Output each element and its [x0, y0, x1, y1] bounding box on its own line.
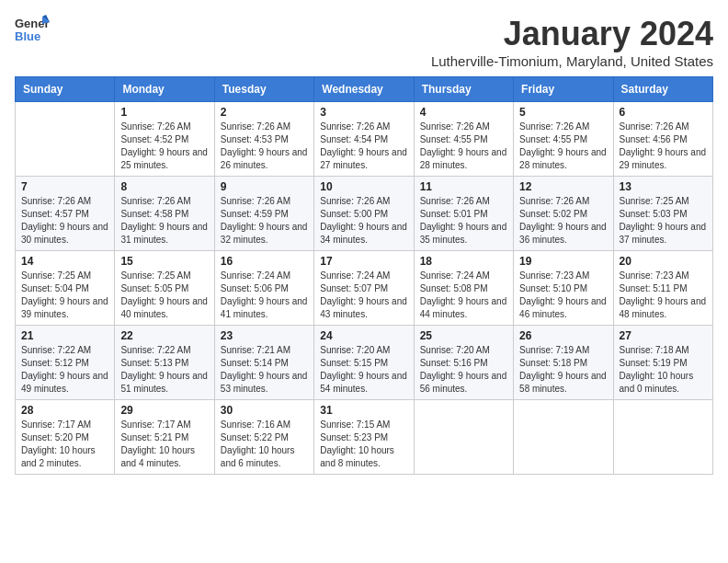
calendar-day-cell: 4Sunrise: 7:26 AMSunset: 4:55 PMDaylight…	[414, 102, 513, 177]
day-number: 29	[120, 404, 208, 417]
day-info: Sunrise: 7:26 AMSunset: 5:02 PMDaylight:…	[519, 195, 607, 247]
day-number: 27	[620, 329, 707, 342]
day-number: 24	[320, 329, 407, 342]
calendar-day-cell: 31Sunrise: 7:15 AMSunset: 5:23 PMDayligh…	[314, 400, 414, 475]
calendar-day-cell: 20Sunrise: 7:23 AMSunset: 5:11 PMDayligh…	[613, 251, 712, 326]
calendar-day-cell: 25Sunrise: 7:20 AMSunset: 5:16 PMDayligh…	[414, 326, 513, 400]
calendar-day-cell: 19Sunrise: 7:23 AMSunset: 5:10 PMDayligh…	[514, 251, 613, 326]
weekday-header-cell: Thursday	[414, 77, 513, 102]
calendar-week-row: 28Sunrise: 7:17 AMSunset: 5:20 PMDayligh…	[16, 400, 713, 475]
calendar-day-cell: 7Sunrise: 7:26 AMSunset: 4:57 PMDaylight…	[16, 177, 115, 251]
calendar-day-cell: 18Sunrise: 7:24 AMSunset: 5:08 PMDayligh…	[414, 251, 513, 326]
weekday-header-cell: Wednesday	[314, 77, 414, 102]
day-info: Sunrise: 7:23 AMSunset: 5:10 PMDaylight:…	[519, 270, 607, 321]
weekday-header-row: SundayMondayTuesdayWednesdayThursdayFrid…	[16, 77, 713, 102]
calendar-day-cell: 17Sunrise: 7:24 AMSunset: 5:07 PMDayligh…	[314, 251, 414, 326]
day-info: Sunrise: 7:23 AMSunset: 5:11 PMDaylight:…	[620, 270, 707, 321]
weekday-header-cell: Saturday	[613, 77, 712, 102]
day-info: Sunrise: 7:26 AMSunset: 4:58 PMDaylight:…	[120, 195, 208, 247]
day-number: 22	[120, 329, 208, 342]
calendar-day-cell: 10Sunrise: 7:26 AMSunset: 5:00 PMDayligh…	[314, 177, 414, 251]
calendar-day-cell: 16Sunrise: 7:24 AMSunset: 5:06 PMDayligh…	[214, 251, 313, 326]
calendar-day-cell: 11Sunrise: 7:26 AMSunset: 5:01 PMDayligh…	[414, 177, 513, 251]
calendar-day-cell: 23Sunrise: 7:21 AMSunset: 5:14 PMDayligh…	[214, 326, 313, 400]
day-info: Sunrise: 7:26 AMSunset: 4:53 PMDaylight:…	[221, 121, 308, 172]
day-number: 9	[221, 180, 308, 193]
month-title: January 2024	[431, 15, 713, 53]
calendar-day-cell: 27Sunrise: 7:18 AMSunset: 5:19 PMDayligh…	[613, 326, 712, 400]
day-number: 3	[320, 106, 407, 119]
logo: General Blue	[15, 15, 50, 48]
day-number: 15	[120, 255, 208, 268]
calendar-day-cell: 14Sunrise: 7:25 AMSunset: 5:04 PMDayligh…	[16, 251, 115, 326]
day-number: 25	[420, 329, 507, 342]
location-title: Lutherville-Timonium, Maryland, United S…	[431, 53, 713, 69]
calendar-day-cell	[414, 400, 513, 475]
calendar-day-cell	[613, 400, 712, 475]
day-number: 18	[420, 255, 507, 268]
day-number: 31	[320, 404, 407, 417]
day-number: 19	[519, 255, 607, 268]
calendar-day-cell: 24Sunrise: 7:20 AMSunset: 5:15 PMDayligh…	[314, 326, 414, 400]
day-info: Sunrise: 7:17 AMSunset: 5:20 PMDaylight:…	[21, 419, 108, 470]
day-info: Sunrise: 7:21 AMSunset: 5:14 PMDaylight:…	[221, 344, 308, 396]
day-number: 13	[620, 180, 707, 193]
calendar-day-cell: 1Sunrise: 7:26 AMSunset: 4:52 PMDaylight…	[115, 102, 214, 177]
day-info: Sunrise: 7:18 AMSunset: 5:19 PMDaylight:…	[620, 344, 707, 396]
day-info: Sunrise: 7:24 AMSunset: 5:07 PMDaylight:…	[320, 270, 407, 321]
calendar-day-cell: 9Sunrise: 7:26 AMSunset: 4:59 PMDaylight…	[214, 177, 313, 251]
day-info: Sunrise: 7:16 AMSunset: 5:22 PMDaylight:…	[221, 419, 308, 470]
day-number: 21	[21, 329, 108, 342]
calendar-day-cell: 13Sunrise: 7:25 AMSunset: 5:03 PMDayligh…	[613, 177, 712, 251]
day-number: 23	[221, 329, 308, 342]
calendar-day-cell: 5Sunrise: 7:26 AMSunset: 4:55 PMDaylight…	[514, 102, 613, 177]
calendar-day-cell: 8Sunrise: 7:26 AMSunset: 4:58 PMDaylight…	[115, 177, 214, 251]
day-number: 1	[120, 106, 208, 119]
calendar-day-cell: 6Sunrise: 7:26 AMSunset: 4:56 PMDaylight…	[613, 102, 712, 177]
day-info: Sunrise: 7:22 AMSunset: 5:13 PMDaylight:…	[120, 344, 208, 396]
calendar-day-cell	[514, 400, 613, 475]
calendar-week-row: 7Sunrise: 7:26 AMSunset: 4:57 PMDaylight…	[16, 177, 713, 251]
day-number: 30	[221, 404, 308, 417]
day-info: Sunrise: 7:17 AMSunset: 5:21 PMDaylight:…	[120, 419, 208, 470]
calendar-day-cell: 15Sunrise: 7:25 AMSunset: 5:05 PMDayligh…	[115, 251, 214, 326]
day-info: Sunrise: 7:20 AMSunset: 5:15 PMDaylight:…	[320, 344, 407, 396]
calendar-day-cell: 2Sunrise: 7:26 AMSunset: 4:53 PMDaylight…	[214, 102, 313, 177]
page-header: General Blue January 2024 Lutherville-Ti…	[15, 15, 713, 69]
day-info: Sunrise: 7:25 AMSunset: 5:03 PMDaylight:…	[620, 195, 707, 247]
day-info: Sunrise: 7:24 AMSunset: 5:08 PMDaylight:…	[420, 270, 507, 321]
day-number: 14	[21, 255, 108, 268]
day-number: 7	[21, 180, 108, 193]
calendar-week-row: 21Sunrise: 7:22 AMSunset: 5:12 PMDayligh…	[16, 326, 713, 400]
day-info: Sunrise: 7:24 AMSunset: 5:06 PMDaylight:…	[221, 270, 308, 321]
day-info: Sunrise: 7:15 AMSunset: 5:23 PMDaylight:…	[320, 419, 407, 470]
day-number: 12	[519, 180, 607, 193]
calendar-day-cell: 21Sunrise: 7:22 AMSunset: 5:12 PMDayligh…	[16, 326, 115, 400]
day-info: Sunrise: 7:26 AMSunset: 4:55 PMDaylight:…	[420, 121, 507, 172]
calendar-day-cell: 22Sunrise: 7:22 AMSunset: 5:13 PMDayligh…	[115, 326, 214, 400]
day-info: Sunrise: 7:26 AMSunset: 4:52 PMDaylight:…	[120, 121, 208, 172]
day-info: Sunrise: 7:26 AMSunset: 4:55 PMDaylight:…	[519, 121, 607, 172]
calendar-day-cell	[16, 102, 115, 177]
day-info: Sunrise: 7:19 AMSunset: 5:18 PMDaylight:…	[519, 344, 607, 396]
weekday-header-cell: Sunday	[16, 77, 115, 102]
day-number: 10	[320, 180, 407, 193]
day-info: Sunrise: 7:26 AMSunset: 4:57 PMDaylight:…	[21, 195, 108, 247]
day-number: 26	[519, 329, 607, 342]
calendar-day-cell: 12Sunrise: 7:26 AMSunset: 5:02 PMDayligh…	[514, 177, 613, 251]
day-info: Sunrise: 7:20 AMSunset: 5:16 PMDaylight:…	[420, 344, 507, 396]
calendar-day-cell: 28Sunrise: 7:17 AMSunset: 5:20 PMDayligh…	[16, 400, 115, 475]
weekday-header-cell: Monday	[115, 77, 214, 102]
logo-icon: General Blue	[15, 15, 50, 48]
day-number: 6	[620, 106, 707, 119]
day-number: 20	[620, 255, 707, 268]
day-number: 16	[221, 255, 308, 268]
calendar-week-row: 14Sunrise: 7:25 AMSunset: 5:04 PMDayligh…	[16, 251, 713, 326]
day-number: 28	[21, 404, 108, 417]
calendar-day-cell: 3Sunrise: 7:26 AMSunset: 4:54 PMDaylight…	[314, 102, 414, 177]
day-info: Sunrise: 7:25 AMSunset: 5:05 PMDaylight:…	[120, 270, 208, 321]
day-info: Sunrise: 7:26 AMSunset: 4:59 PMDaylight:…	[221, 195, 308, 247]
day-info: Sunrise: 7:26 AMSunset: 4:54 PMDaylight:…	[320, 121, 407, 172]
day-number: 8	[120, 180, 208, 193]
calendar-body: 1Sunrise: 7:26 AMSunset: 4:52 PMDaylight…	[16, 102, 713, 475]
